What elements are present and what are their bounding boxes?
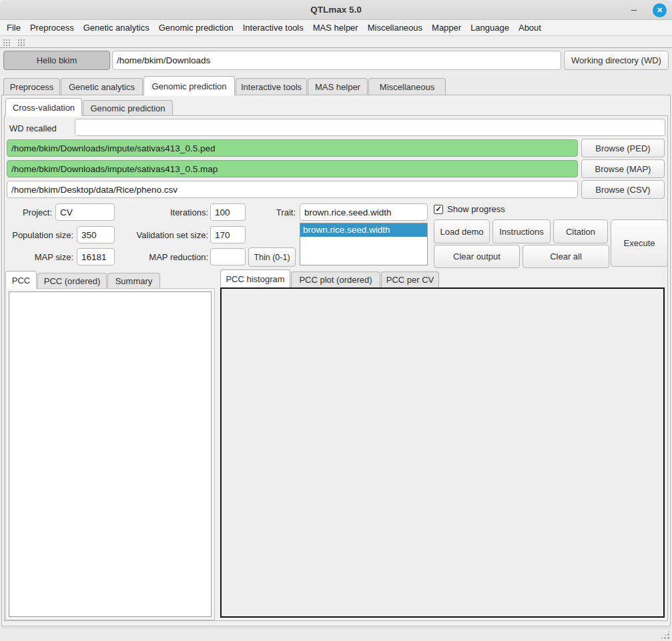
trait-list-item-selected[interactable]: brown.rice.seed.width xyxy=(300,223,427,237)
tab-cross-validation[interactable]: Cross-validation xyxy=(5,98,82,116)
load-demo-button[interactable]: Load demo xyxy=(434,219,490,243)
menu-genomic-prediction[interactable]: Genomic prediction xyxy=(154,20,238,36)
minimize-icon[interactable]: – xyxy=(627,0,641,20)
execute-button[interactable]: Execute xyxy=(611,219,668,267)
pcc-output-text[interactable] xyxy=(9,291,212,617)
tab-genomic-prediction-sub[interactable]: Genomic prediction xyxy=(83,100,173,115)
tab-pcc[interactable]: PCC xyxy=(5,271,37,289)
tab-genetic-analytics[interactable]: Genetic analytics xyxy=(61,78,143,95)
bottom-divider xyxy=(1,628,671,628)
trait-listbox[interactable]: brown.rice.seed.width xyxy=(300,223,428,265)
app-window: QTLmax 5.0 – ✕ File Preprocess Genetic a… xyxy=(0,0,672,641)
show-progress-checkbox[interactable]: ✓ Show progress xyxy=(434,204,505,214)
trait-label: Trait: xyxy=(267,207,296,217)
map-file-input[interactable] xyxy=(7,160,578,177)
citation-button[interactable]: Citation xyxy=(553,219,608,243)
population-size-input[interactable] xyxy=(77,226,115,243)
validation-set-size-input[interactable] xyxy=(210,226,246,243)
wd-recalled-label: WD recalled xyxy=(9,123,55,133)
working-directory-button[interactable]: Working directory (WD) xyxy=(564,51,669,70)
tab-pcc-plot-ordered[interactable]: PCC plot (ordered) xyxy=(291,271,380,287)
menu-bar: File Preprocess Genetic analytics Genomi… xyxy=(0,20,672,36)
browse-ped-button[interactable]: Browse (PED) xyxy=(581,139,665,157)
trait-input[interactable] xyxy=(300,203,428,221)
resize-grip-icon[interactable] xyxy=(660,630,671,640)
map-reduction-input[interactable] xyxy=(210,248,246,265)
menu-mas-helper[interactable]: MAS helper xyxy=(308,20,363,36)
browse-csv-button[interactable]: Browse (CSV) xyxy=(581,180,665,199)
instructions-button[interactable]: Instructions xyxy=(492,219,551,243)
tab-interactive-tools[interactable]: Interactive tools xyxy=(236,78,307,95)
tab-mas-helper[interactable]: MAS helper xyxy=(308,78,368,95)
wd-recalled-input[interactable] xyxy=(75,119,665,136)
close-icon[interactable]: ✕ xyxy=(653,3,667,17)
map-size-label: MAP size: xyxy=(27,252,73,262)
clear-all-button[interactable]: Clear all xyxy=(523,245,609,268)
ped-file-input[interactable] xyxy=(7,139,578,157)
tab-genomic-prediction[interactable]: Genomic prediction xyxy=(143,76,235,95)
toolbar-strip xyxy=(0,37,672,48)
menu-miscellaneous[interactable]: Miscellaneous xyxy=(363,20,427,36)
menu-preprocess[interactable]: Preprocess xyxy=(25,20,79,36)
map-reduction-label: MAP reduction: xyxy=(137,252,208,262)
map-size-input[interactable] xyxy=(77,248,115,265)
window-title: QTLmax 5.0 xyxy=(0,0,672,20)
menu-interactive-tools[interactable]: Interactive tools xyxy=(238,20,308,36)
menu-about[interactable]: About xyxy=(514,20,546,36)
validation-set-size-label: Validation set size: xyxy=(123,230,208,240)
browse-map-button[interactable]: Browse (MAP) xyxy=(581,159,665,178)
drag-grip-icon[interactable] xyxy=(17,39,25,46)
menu-file[interactable]: File xyxy=(7,20,25,36)
csv-file-input[interactable] xyxy=(7,181,578,198)
menu-language[interactable]: Language xyxy=(466,20,514,36)
iterations-input[interactable] xyxy=(210,203,246,221)
tab-preprocess[interactable]: Preprocess xyxy=(3,78,60,95)
tab-pcc-per-cv[interactable]: PCC per CV xyxy=(381,271,439,287)
tab-miscellaneous[interactable]: Miscellaneous xyxy=(368,78,446,95)
hello-user-button[interactable]: Hello bkim xyxy=(3,51,110,70)
drag-grip-icon[interactable] xyxy=(3,39,10,46)
pcc-histogram-canvas[interactable] xyxy=(220,287,665,618)
menu-mapper[interactable]: Mapper xyxy=(427,20,466,36)
clear-output-button[interactable]: Clear output xyxy=(434,245,520,268)
tab-pcc-histogram[interactable]: PCC histogram xyxy=(220,269,290,287)
working-directory-input[interactable] xyxy=(112,51,561,70)
thin-button[interactable]: Thin (0-1) xyxy=(248,247,296,267)
show-progress-label: Show progress xyxy=(447,204,505,214)
project-input[interactable] xyxy=(55,203,115,221)
tab-pcc-ordered[interactable]: PCC (ordered) xyxy=(37,273,107,288)
iterations-label: Iterations: xyxy=(160,207,208,217)
project-label: Project: xyxy=(13,207,52,217)
checkbox-check-icon[interactable]: ✓ xyxy=(434,205,443,214)
tab-summary[interactable]: Summary xyxy=(107,273,160,288)
title-bar[interactable]: QTLmax 5.0 – ✕ xyxy=(0,0,672,20)
menu-genetic-analytics[interactable]: Genetic analytics xyxy=(79,20,154,36)
population-size-label: Population size: xyxy=(8,230,73,240)
